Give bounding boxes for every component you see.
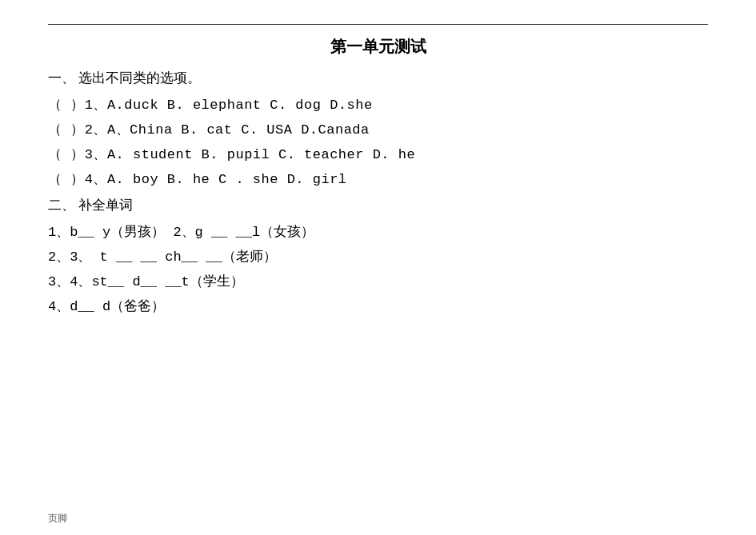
fill-line-4: 4、d__ d（爸爸） <box>48 297 708 315</box>
page-footer: 页脚 <box>48 512 67 525</box>
question-3: （ ）3、A. student B. pupil C. teacher D. h… <box>48 145 708 163</box>
question-1: （ ）1、A.duck B. elephant C. dog D.she <box>48 95 708 114</box>
top-border <box>48 24 708 25</box>
section2-label: 二、 补全单词 <box>48 196 708 214</box>
page-title: 第一单元测试 <box>48 36 708 58</box>
fill-line-1: 1、b__ y（男孩） 2、g __ __l（女孩） <box>48 222 708 241</box>
fill-line-2: 2、3、 t __ __ ch__ __（老师） <box>48 247 708 266</box>
question-2: （ ）2、A、China B. cat C. USA D.Canada <box>48 120 708 138</box>
page-container: 第一单元测试 一、 选出不同类的选项。 （ ）1、A.duck B. eleph… <box>0 0 756 535</box>
question-4: （ ）4、A. boy B. he C . she D. girl <box>48 170 708 188</box>
fill-line-3: 3、4、st__ d__ __t（学生） <box>48 272 708 290</box>
section1-label: 一、 选出不同类的选项。 <box>48 69 708 87</box>
